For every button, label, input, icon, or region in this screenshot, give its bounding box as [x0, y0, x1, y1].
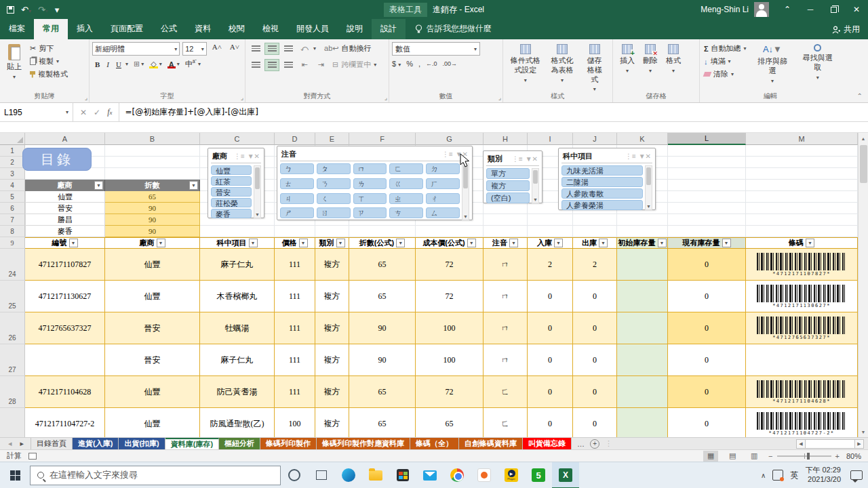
cell-price[interactable]: 111	[275, 344, 315, 376]
zoom-out-icon[interactable]: −	[768, 452, 772, 460]
slicer-item[interactable]: 仙豐	[211, 165, 252, 175]
close-button[interactable]: ✕	[845, 0, 868, 19]
cell-cost[interactable]: 72	[416, 281, 484, 312]
filter-dropdown-icon[interactable]: ▼	[249, 239, 258, 247]
cell-barcode[interactable]: *4712171130627*	[746, 281, 858, 312]
cell-inbound[interactable]: 2	[528, 249, 573, 281]
clear-filter-icon[interactable]: ▼✕	[248, 152, 260, 160]
delete-cells-button[interactable]: 刪除▾	[639, 42, 662, 77]
grid-cell[interactable]	[668, 145, 746, 157]
ribbon-tab-校閱[interactable]: 校閱	[220, 19, 254, 39]
column-header-B[interactable]: B	[105, 133, 200, 145]
slicer-item[interactable]: 科中項目⋮≡▼✕九味羌活湯二陳湯人參敗毒散人參養榮湯▼	[558, 148, 656, 210]
cell-vendor[interactable]: 仙豐	[105, 281, 200, 312]
format-cells-button[interactable]: 格式▾	[662, 42, 685, 77]
column-header-L[interactable]: L	[668, 133, 746, 145]
align-center-button[interactable]	[264, 59, 279, 71]
slicer-item[interactable]: ㄕ	[280, 207, 314, 218]
grid-cell[interactable]	[668, 226, 746, 237]
row-header-25[interactable]: 25	[0, 281, 25, 312]
slicer-item[interactable]: ㄌ	[353, 178, 387, 189]
cell-discount[interactable]: 65	[349, 376, 416, 408]
cell-outbound[interactable]: 0	[573, 408, 617, 437]
cell-barcode[interactable]: *4712171104727-2*	[746, 408, 858, 437]
scroll-down-icon[interactable]: ▼	[462, 214, 469, 219]
taskbar-icon-orange-dot-app[interactable]	[471, 462, 498, 488]
grid-cell[interactable]	[746, 214, 858, 226]
slicer-item[interactable]: ㄒ	[353, 193, 387, 204]
zoom-in-icon[interactable]: +	[835, 452, 840, 460]
slicer-item[interactable]: 晉安	[211, 187, 252, 197]
row-header-partial[interactable]	[0, 408, 25, 437]
cancel-entry-button[interactable]: ✕	[80, 108, 87, 117]
grid-cell[interactable]	[275, 226, 315, 237]
slicer-item[interactable]: ㄍ	[389, 178, 423, 189]
cell-vendor[interactable]: 晉安	[105, 312, 200, 344]
taskbar-icon-cortana[interactable]	[281, 462, 308, 488]
cell-initial[interactable]	[617, 408, 668, 437]
row-header-7[interactable]: 7	[0, 214, 25, 226]
slicer-item[interactable]: ㄗ	[353, 207, 387, 218]
multi-select-icon[interactable]: ⋮≡	[442, 150, 453, 158]
accounting-format-button[interactable]: $ ▾	[392, 60, 401, 68]
zoom-slider[interactable]: − +	[768, 452, 840, 460]
cell-zhuyin[interactable]: ㄇ	[484, 281, 528, 312]
slicer-item[interactable]: ㄐ	[280, 193, 314, 204]
cell-id[interactable]: 4712171104628	[25, 376, 105, 408]
table-column-header[interactable]: 現有庫存量▼	[668, 237, 746, 249]
cell-item[interactable]: 防風通聖散(乙)	[200, 408, 275, 437]
hidden-icons-chevron[interactable]: ∧	[761, 472, 766, 479]
clear-filter-icon[interactable]: ▼✕	[526, 155, 538, 163]
multi-select-icon[interactable]: ⋮≡	[512, 155, 523, 163]
taskbar-icon-excel[interactable]: X	[552, 462, 579, 488]
cell-price[interactable]: 111	[275, 376, 315, 408]
cell-vendor[interactable]: 晉安	[105, 344, 200, 376]
select-all-corner[interactable]	[0, 133, 25, 145]
column-header-G[interactable]: G	[416, 133, 484, 145]
taskbar-icon-player[interactable]: ▶Player	[498, 462, 525, 488]
table-column-header[interactable]: 折數(公式)▼	[349, 237, 416, 249]
font-color-button[interactable]: A	[167, 60, 176, 68]
row-header-3[interactable]: 3	[0, 168, 25, 180]
format-painter-button[interactable]: 複製格式	[28, 68, 69, 81]
sheet-tab-進貨(入庫)[interactable]: 進貨(入庫)	[73, 438, 119, 449]
slicer-item[interactable]: ㄏ	[426, 178, 460, 189]
cell-discount[interactable]: 90	[349, 312, 416, 344]
sheet-tab-資料庫(庫存)[interactable]: 資料庫(庫存)	[165, 438, 219, 449]
grid-cell[interactable]	[484, 214, 528, 226]
name-box[interactable]: L195▾	[0, 103, 73, 121]
column-header-I[interactable]: I	[528, 133, 573, 145]
row-header-28[interactable]: 28	[0, 376, 25, 408]
ribbon-tab-說明[interactable]: 說明	[338, 19, 372, 39]
slicer-zhuyin[interactable]: 注音⋮≡▼✕ㄅㄆㄇㄈㄉㄊㄋㄌㄍㄏㄐㄑㄒㄓㄔㄕㄖㄗㄘㄙ▼	[277, 146, 473, 220]
formula-input[interactable]: =[@初始庫存量]+[@入庫]-[@出庫]	[119, 103, 264, 121]
cell-category[interactable]: 複方	[315, 408, 349, 437]
increase-decimal-button[interactable]: ←.0	[426, 60, 437, 67]
insert-cells-button[interactable]: 插入▾	[616, 42, 639, 77]
slicer-item[interactable]: ㄆ	[317, 163, 351, 174]
grid-cell[interactable]	[528, 226, 573, 237]
filter-dropdown-icon[interactable]: ▼	[806, 239, 814, 247]
table-column-header[interactable]: 科中項目▼	[200, 237, 275, 249]
grid-cell[interactable]	[105, 145, 200, 157]
minimize-button[interactable]: ─	[799, 0, 822, 19]
cell-cost[interactable]: 72	[416, 376, 484, 408]
slicer-item[interactable]: 人參敗毒散	[561, 188, 643, 199]
slicer-item[interactable]: 莊松榮	[211, 198, 252, 207]
cell-outbound[interactable]: 0	[573, 281, 617, 312]
slicer-item[interactable]: ㄔ	[426, 193, 460, 204]
cell-category[interactable]: 複方	[315, 281, 349, 312]
cell-inbound[interactable]: 0	[528, 312, 573, 344]
sheet-tab-樞紐分析[interactable]: 樞紐分析	[219, 438, 260, 449]
zoom-level[interactable]: 80%	[846, 452, 861, 460]
slicer-item[interactable]: ㄈ	[389, 163, 423, 174]
cell-inbound[interactable]: 0	[528, 376, 573, 408]
table-column-header[interactable]: 成本價(公式)▼	[416, 237, 484, 249]
vertical-scrollbar[interactable]: ▲ ▼	[858, 133, 868, 437]
sort-filter-button[interactable]: A↓▼排序與篩選▾	[752, 42, 793, 87]
scroll-down-icon[interactable]: ▼	[859, 426, 868, 437]
column-header-M[interactable]: M	[746, 133, 858, 145]
slicer-category[interactable]: 類別⋮≡▼✕單方複方(空白)▼	[483, 150, 542, 203]
cell-category[interactable]: 複方	[315, 312, 349, 344]
cell-outbound[interactable]: 2	[573, 249, 617, 281]
